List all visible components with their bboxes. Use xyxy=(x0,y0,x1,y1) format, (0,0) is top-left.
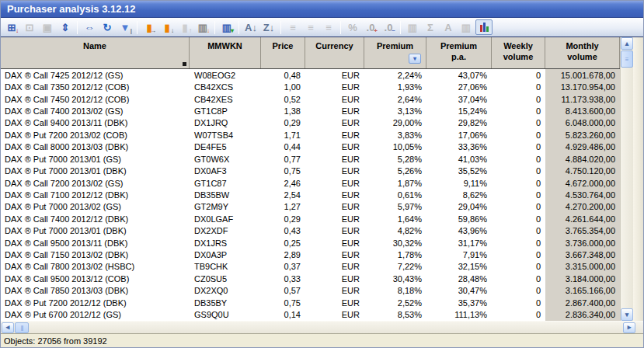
cell: 0 xyxy=(492,141,545,153)
cell: GT1C8P xyxy=(190,105,261,117)
cell: 4.672.000,00 xyxy=(545,177,620,189)
column-header-weekly-volume[interactable]: Weeklyvolume xyxy=(492,37,545,68)
table-row[interactable]: DAX ® Call 7450 2012/12 (COB)CB42XES0,52… xyxy=(1,93,620,105)
vertical-scroll-track[interactable] xyxy=(621,68,633,308)
cell: 4.530.764,00 xyxy=(545,189,620,200)
table-row[interactable]: DAX ® Put 7000 2013/01 (DBK)DX2XDF0,43EU… xyxy=(1,224,620,236)
table-row[interactable]: DAX ® Call 7150 2013/02 (DBK)DX0A3P2,89E… xyxy=(1,249,620,260)
table-row[interactable]: DAX ® Call 8000 2013/03 (DBK)DE4FE50,44E… xyxy=(1,141,620,153)
column-header-monthly-volume[interactable]: Monthlyvolume xyxy=(545,37,620,68)
table-row[interactable]: DAX ® Call 9500 2013/12 (COB)CZ0SU50,33E… xyxy=(1,273,620,284)
cell: DX1JRS xyxy=(190,237,261,249)
table-row[interactable]: DAX ® Put 6700 2012/12 (GS)GS9Q0U0,14EUR… xyxy=(1,308,620,320)
cell: 11.173.938,00 xyxy=(545,93,620,105)
cell: 0 xyxy=(492,237,545,249)
cell: 41,03% xyxy=(426,153,492,165)
table-row[interactable]: DAX ® Call 7200 2013/02 (GS)GT1C872,46EU… xyxy=(1,177,620,189)
cell: CZ0SU5 xyxy=(190,273,261,284)
vertical-scroll-thumb[interactable]: ≡ xyxy=(621,50,633,68)
sort-ascending-icon[interactable]: A↓ xyxy=(242,19,259,35)
table-row[interactable]: DAX ® Call 7400 2013/02 (GS)GT1C8P1,38EU… xyxy=(1,105,620,117)
cell: 29,00% xyxy=(364,117,426,129)
chart-icon[interactable] xyxy=(475,19,493,35)
table-row[interactable]: DAX ® Put 7000 2013/01 (GS)GT0W6X0,77EUR… xyxy=(1,153,620,165)
cell: 3.315.000,00 xyxy=(545,261,620,273)
column-header-mmwkn[interactable]: MMWKN xyxy=(190,37,261,68)
column-header-name[interactable]: Name xyxy=(1,37,190,68)
cell: 1,87% xyxy=(364,177,426,189)
column-visibility-icon[interactable]: ▥▾ xyxy=(218,19,235,35)
cell: 27,06% xyxy=(426,81,492,92)
horizontal-scrollbar[interactable]: ◂ ||| ▸ xyxy=(1,321,643,333)
column-header-premium[interactable]: Premium▾ xyxy=(364,37,426,68)
cell: 1,93% xyxy=(364,81,426,92)
cell: EUR xyxy=(305,273,364,284)
refresh-icon[interactable]: ↻ xyxy=(99,19,116,35)
table-row[interactable]: DAX ® Put 7000 2013/02 (GS)GT2M9Y1,27EUR… xyxy=(1,201,620,213)
scroll-right-button[interactable]: ▸ xyxy=(623,322,635,333)
column-header-price[interactable]: Price xyxy=(261,37,305,68)
cell: 37,04% xyxy=(426,93,492,105)
title-bar[interactable]: Purchaser analysis 3.12.12 xyxy=(1,1,643,18)
cell: W08EOG2 xyxy=(190,69,261,81)
drill-down-icon[interactable]: ▮↓ xyxy=(158,19,176,35)
cell: 4,82% xyxy=(364,224,426,236)
filter-settings-icon[interactable]: ▼| xyxy=(117,19,134,35)
table-row[interactable]: DAX ® Put 7200 2013/02 (COB)W07TSB41,71E… xyxy=(1,129,620,141)
table-row[interactable]: DAX ® Call 7800 2013/02 (HSBC)TB9CHK0,37… xyxy=(1,261,620,273)
cell: 0,48 xyxy=(261,69,305,81)
grid-header-row: NameMMWKNPriceCurrencyPremium▾Premiump.a… xyxy=(1,37,620,69)
scroll-down-button[interactable]: ▾ xyxy=(621,308,633,321)
cell: 5,97% xyxy=(364,201,426,213)
sort-descending-icon[interactable]: Z↓ xyxy=(260,19,277,35)
fit-width-icon[interactable]: ⇔ xyxy=(81,19,98,35)
cell: 0,75 xyxy=(261,165,305,176)
table-row[interactable]: DAX ® Call 9400 2013/11 (DBK)DX1JRQ0,29E… xyxy=(1,117,620,129)
filter-bars-icon: ▥ xyxy=(458,19,475,35)
cell: 0 xyxy=(492,308,545,320)
cell: DAX ® Call 7450 2012/12 (COB) xyxy=(1,93,190,105)
cell: 0,33 xyxy=(261,273,305,284)
align-left-icon: ≡ xyxy=(284,19,301,35)
cell: DAX ® Call 7400 2013/02 (GS) xyxy=(1,105,190,117)
cell: 0 xyxy=(492,117,545,129)
cell: EUR xyxy=(305,285,364,297)
sum-icon: Σ xyxy=(422,19,439,35)
cell: 0,77 xyxy=(261,153,305,165)
horizontal-scroll-thumb[interactable]: ||| xyxy=(15,322,29,333)
table-row[interactable]: DAX ® Put 7200 2012/12 (DBK)DB35BY0,75EU… xyxy=(1,297,620,308)
cell: EUR xyxy=(305,224,364,236)
table-row[interactable]: DAX ® Call 7850 2013/03 (DBK)DX2XQ00,57E… xyxy=(1,285,620,297)
cell: EUR xyxy=(305,297,364,308)
cell: DAX ® Call 7100 2012/12 (DBK) xyxy=(1,189,190,200)
table-row[interactable]: DAX ® Put 7000 2013/01 (DBK)DX0AF30,75EU… xyxy=(1,165,620,176)
scroll-up-button[interactable]: ▴ xyxy=(621,37,633,50)
table-row[interactable]: DAX ® Call 7425 2012/12 (GS)W08EOG20,48E… xyxy=(1,69,620,81)
align-center-icon: ≡ xyxy=(302,19,319,35)
hierarchy-chart-icon[interactable]: ▥↓ xyxy=(194,19,211,35)
drill-right-icon[interactable]: ▮→ xyxy=(141,19,158,35)
cell: 30,47% xyxy=(426,285,492,297)
table-row[interactable]: DAX ® Call 7350 2012/12 (COB)CB42XCS1,00… xyxy=(1,81,620,92)
cell: DAX ® Put 7000 2013/01 (DBK) xyxy=(1,224,190,236)
scroll-left-button[interactable]: ◂ xyxy=(2,322,14,333)
column-header-currency[interactable]: Currency xyxy=(305,37,364,68)
cell: 0,29 xyxy=(261,213,305,224)
table-row[interactable]: DAX ® Call 7100 2012/12 (DBK)DB35BW2,54E… xyxy=(1,189,620,200)
cell: 10,05% xyxy=(364,141,426,153)
fit-height-icon[interactable]: ⇕ xyxy=(57,19,74,35)
table-row[interactable]: DAX ® Call 9500 2013/11 (DBK)DX1JRS0,25E… xyxy=(1,237,620,249)
vertical-scrollbar[interactable]: ▴ ≡ ▾ xyxy=(620,37,633,321)
export-table-icon[interactable]: ⊞↓ xyxy=(3,19,20,35)
cell: 29,04% xyxy=(426,201,492,213)
drill-up-icon: ▮↑ xyxy=(176,19,193,35)
grid-area: NameMMWKNPriceCurrencyPremium▾Premiump.a… xyxy=(1,37,643,321)
toolbar-separator xyxy=(280,21,281,34)
column-header-premium-p-a[interactable]: Premiump.a. xyxy=(426,37,492,68)
cell: DX0LGAF xyxy=(190,213,261,224)
cell: 0 xyxy=(492,69,545,81)
cell: EUR xyxy=(305,153,364,165)
cell: DE4FE5 xyxy=(190,141,261,153)
table-row[interactable]: DAX ® Call 7400 2012/12 (DBK)DX0LGAF0,29… xyxy=(1,213,620,224)
premium-sort-button[interactable]: ▾ xyxy=(409,54,421,64)
